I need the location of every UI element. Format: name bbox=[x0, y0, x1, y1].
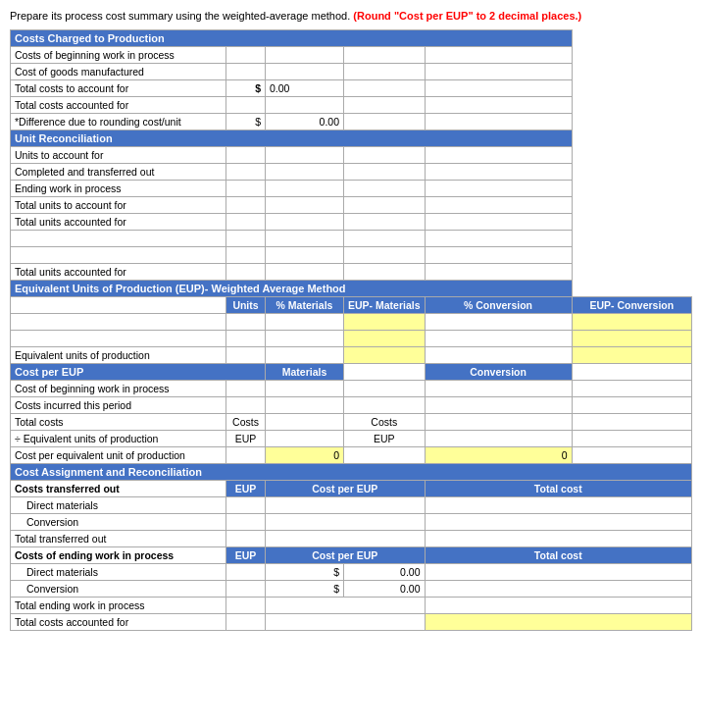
total-units-field[interactable] bbox=[270, 199, 339, 211]
costs-beginning-label: Costs of beginning work in process bbox=[11, 47, 226, 64]
equiv-units-conv-val[interactable] bbox=[572, 347, 691, 364]
total-units-accounted2-field[interactable] bbox=[270, 266, 339, 278]
equiv-units-div-mat[interactable] bbox=[266, 431, 344, 447]
dm2-eup[interactable] bbox=[226, 564, 266, 581]
costs-beginning-input[interactable] bbox=[266, 47, 344, 64]
row-total-costs-eup: Total costs Costs Costs bbox=[11, 414, 692, 431]
cost-begin-conv[interactable] bbox=[425, 381, 572, 397]
col-eup-conv-header: EUP- Conversion bbox=[572, 297, 691, 314]
total-units-accounted-field[interactable] bbox=[270, 216, 339, 228]
eup-r2-pct-conv[interactable] bbox=[425, 331, 572, 347]
cost-goods-label: Cost of goods manufactured bbox=[11, 64, 226, 80]
equiv-units-mat-val[interactable] bbox=[344, 347, 426, 364]
conversion-header: Conversion bbox=[425, 364, 572, 381]
total-costs-conv[interactable] bbox=[425, 414, 572, 431]
total-costs-label: Total costs to account for bbox=[11, 80, 226, 97]
costs-incurred-mat[interactable] bbox=[266, 397, 344, 414]
equiv-units-label: Equivalent units of production bbox=[11, 347, 226, 364]
eup-r2-eup-conv[interactable] bbox=[572, 331, 691, 347]
cost-per-equiv-conv: 0 bbox=[425, 447, 572, 464]
eup-r2-pct-mat[interactable] bbox=[266, 331, 344, 347]
conv2-total-cost[interactable] bbox=[425, 581, 691, 598]
row-difference: *Difference due to rounding cost/unit $ … bbox=[11, 114, 692, 130]
conv1-cost-per-eup[interactable] bbox=[266, 514, 426, 531]
row-units-account: Units to account for bbox=[11, 147, 692, 164]
eup-r1-units[interactable] bbox=[226, 314, 266, 331]
conv1-eup[interactable] bbox=[226, 514, 266, 531]
row-total-units-accounted2: Total units accounted for bbox=[11, 264, 692, 281]
dm1-total-cost[interactable] bbox=[425, 497, 691, 514]
conv2-eup[interactable] bbox=[226, 581, 266, 598]
eup-r2-units[interactable] bbox=[226, 331, 266, 347]
dollar-sign-1: $ bbox=[255, 82, 261, 94]
completed-input[interactable] bbox=[266, 164, 344, 181]
direct-mat2-label: Direct materials bbox=[11, 564, 226, 581]
eup-r1-pct-conv[interactable] bbox=[425, 314, 572, 331]
total-cost-col-header-1: Total cost bbox=[425, 481, 691, 497]
cost-begin-mat[interactable] bbox=[266, 381, 344, 397]
eup-r1-eup-mat[interactable] bbox=[344, 314, 426, 331]
section-costs-header: Costs Charged to Production bbox=[11, 30, 692, 47]
row-equiv-units-div: ÷ Equivalent units of production EUP EUP bbox=[11, 431, 692, 447]
total-costs-field[interactable] bbox=[270, 82, 339, 94]
cost-per-eup-col-header-1: Cost per EUP bbox=[266, 481, 426, 497]
materials-header: Materials bbox=[266, 364, 344, 381]
total-costs-accounted-label: Total costs accounted for bbox=[11, 97, 226, 114]
costs-ending-label: Costs of ending work in process bbox=[11, 547, 226, 564]
total-costs-input[interactable] bbox=[266, 80, 344, 97]
row-total-units-accounted: Total units accounted for bbox=[11, 214, 692, 231]
total-units-accounted2-input[interactable] bbox=[266, 264, 344, 281]
row-total-costs-accounted: Total costs accounted for bbox=[11, 97, 692, 114]
eup-r1-pct-mat[interactable] bbox=[266, 314, 344, 331]
unit-recon-header: Unit Reconciliation bbox=[11, 130, 573, 147]
total-costs-mat[interactable] bbox=[266, 414, 344, 431]
col-units-header: Units bbox=[226, 297, 266, 314]
row-costs-beginning: Costs of beginning work in process bbox=[11, 47, 692, 64]
total-cost-col-header-2: Total cost bbox=[425, 547, 691, 564]
total-units-input[interactable] bbox=[266, 197, 344, 214]
eup-r2-eup-mat[interactable] bbox=[344, 331, 426, 347]
eup-col-header-2: EUP bbox=[226, 547, 266, 564]
completed-field[interactable] bbox=[270, 166, 339, 178]
costs-label-conv: Costs bbox=[344, 414, 426, 431]
cost-goods-input[interactable] bbox=[266, 64, 344, 80]
blank1-field[interactable] bbox=[270, 233, 339, 244]
ending-wip-input[interactable] bbox=[266, 181, 344, 197]
row-costs-transferred-header: Costs transferred out EUP Cost per EUP T… bbox=[11, 481, 692, 497]
total-accounted-field[interactable] bbox=[270, 99, 339, 111]
units-account-field[interactable] bbox=[270, 149, 339, 161]
units-account-input[interactable] bbox=[266, 147, 344, 164]
total-units-accounted-input[interactable] bbox=[266, 214, 344, 231]
equiv-units-div-label: ÷ Equivalent units of production bbox=[11, 431, 226, 447]
total-accounted-input[interactable] bbox=[266, 97, 344, 114]
conversion1-label: Conversion bbox=[11, 514, 226, 531]
dm2-total-cost[interactable] bbox=[425, 564, 691, 581]
eup-label-conv: EUP bbox=[344, 431, 426, 447]
total-transferred-label: Total transferred out bbox=[11, 531, 226, 547]
cost-per-eup-col-header-2: Cost per EUP bbox=[266, 547, 426, 564]
cost-goods-field[interactable] bbox=[270, 66, 339, 78]
total-transferred-val[interactable] bbox=[425, 531, 691, 547]
ending-wip-field[interactable] bbox=[270, 182, 339, 194]
costs-incurred-conv[interactable] bbox=[425, 397, 572, 414]
costs-beginning-field[interactable] bbox=[270, 49, 339, 61]
cost-beginning-wip-label: Cost of beginning work in process bbox=[11, 381, 226, 397]
row-blank2 bbox=[11, 247, 692, 264]
eup-r1-eup-conv[interactable] bbox=[572, 314, 691, 331]
equiv-units-div-conv[interactable] bbox=[425, 431, 572, 447]
col-headers-row: Units % Materials EUP- Materials % Conve… bbox=[11, 297, 692, 314]
dm1-cost-per-eup[interactable] bbox=[266, 497, 426, 514]
blank2-field[interactable] bbox=[270, 249, 339, 261]
blank2-input[interactable] bbox=[266, 247, 344, 264]
cost-assignment-header: Cost Assignment and Reconciliation bbox=[11, 464, 692, 481]
row-cost-per-equiv: Cost per equivalent unit of production 0… bbox=[11, 447, 692, 464]
instruction-text: Prepare its process cost summary using t… bbox=[10, 10, 692, 22]
eup-label-mat: EUP bbox=[226, 431, 266, 447]
total-units-accounted-label: Total units accounted for bbox=[11, 214, 226, 231]
dm1-eup[interactable] bbox=[226, 497, 266, 514]
cost-per-eup-header: Cost per EUP bbox=[11, 364, 266, 381]
total-ending-val[interactable] bbox=[425, 598, 691, 614]
conv1-total-cost[interactable] bbox=[425, 514, 691, 531]
blank1-input[interactable] bbox=[266, 231, 344, 247]
row-conversion1: Conversion bbox=[11, 514, 692, 531]
